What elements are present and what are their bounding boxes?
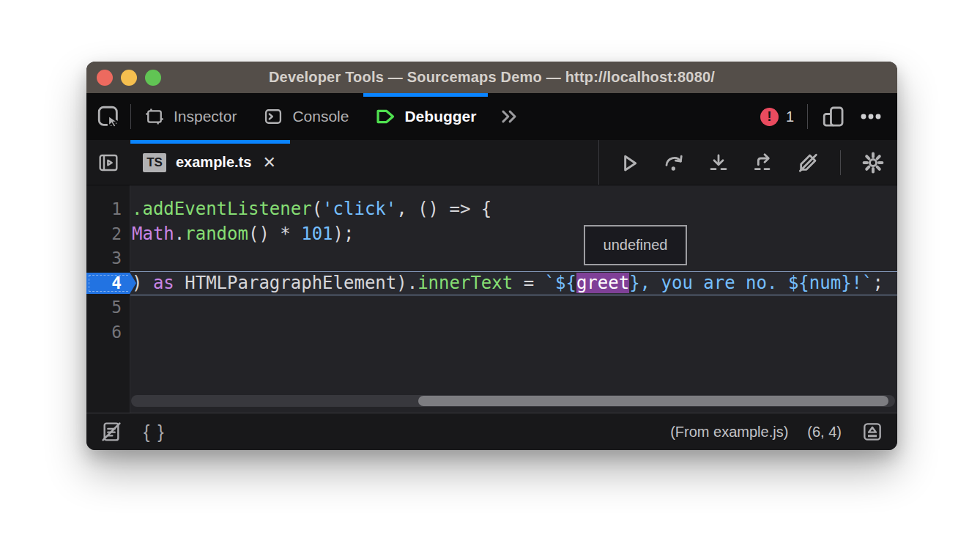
code-line[interactable] <box>130 246 897 271</box>
source-filename: example.ts <box>176 154 251 171</box>
code-line[interactable]: ) as HTMLParagraphElement).innerText = `… <box>130 271 897 296</box>
close-icon[interactable]: ✕ <box>261 152 277 174</box>
line-number[interactable]: 1 <box>86 197 130 222</box>
blackbox-source-icon <box>100 420 123 443</box>
traffic-lights <box>97 62 161 93</box>
code-line[interactable]: .addEventListener('click', () => { <box>130 197 897 222</box>
resume-icon <box>617 151 641 174</box>
step-over-icon <box>662 151 686 174</box>
devtools-window: Developer Tools — Sourcemaps Demo — http… <box>86 62 897 450</box>
step-in-icon <box>707 151 730 174</box>
tab-debugger[interactable]: Debugger <box>362 93 489 140</box>
overflow-chevron-icon <box>498 106 520 127</box>
tab-inspector[interactable]: Inspector <box>131 93 250 140</box>
line-number[interactable]: 3 <box>86 246 130 271</box>
settings-gear-icon <box>861 151 885 174</box>
horizontal-scrollbar[interactable] <box>131 395 895 407</box>
ignore-source-icon <box>796 151 820 174</box>
variable-preview-tooltip: undefined <box>584 225 687 265</box>
meatball-menu-button[interactable] <box>859 105 883 128</box>
tab-label: Inspector <box>174 108 237 125</box>
step-out-icon <box>751 151 775 174</box>
sources-panel-toggle-icon <box>97 151 120 174</box>
blackbox-source-button[interactable] <box>100 420 123 443</box>
tooltip-text: undefined <box>604 237 668 254</box>
panel-overflow-button[interactable] <box>489 93 529 140</box>
resume-button[interactable] <box>617 150 642 175</box>
code-lines: .addEventListener('click', () => {Math.r… <box>130 185 897 413</box>
toolbar-separator <box>807 104 808 129</box>
step-in-button[interactable] <box>706 150 731 175</box>
ts-badge: TS <box>143 153 166 172</box>
meatball-menu-icon <box>859 105 883 128</box>
console-icon <box>263 106 283 127</box>
devtools-toolbar: Inspector Console Debugger <box>86 93 897 140</box>
line-number[interactable]: 5 <box>86 295 130 320</box>
window-title: Developer Tools — Sourcemaps Demo — http… <box>269 69 715 86</box>
commands-separator <box>840 150 841 175</box>
titlebar: Developer Tools — Sourcemaps Demo — http… <box>86 62 897 93</box>
code-editor[interactable]: 123456 .addEventListener('click', () => … <box>86 185 897 413</box>
error-icon: ! <box>760 108 779 126</box>
source-tab-example-ts[interactable]: TS example.ts ✕ <box>130 140 290 185</box>
zoom-window-button[interactable] <box>145 70 161 86</box>
highlighted-token[interactable]: greet <box>576 273 629 293</box>
step-over-button[interactable] <box>661 150 686 175</box>
node-picker-button[interactable] <box>86 93 130 140</box>
line-number[interactable]: 6 <box>86 320 130 345</box>
pretty-print-button[interactable]: { } <box>144 421 166 443</box>
scrollbar-thumb[interactable] <box>418 396 888 406</box>
source-tabs-row: TS example.ts ✕ <box>86 140 897 185</box>
eject-icon <box>861 420 884 443</box>
cursor-position: (6, 4) <box>807 424 842 441</box>
pretty-print-icon: { } <box>144 421 166 443</box>
debugger-icon <box>375 106 396 127</box>
code-line[interactable]: Math.random() * 101); <box>130 222 897 247</box>
mapped-source-note: (From example.js) <box>670 424 788 441</box>
sources-panel-toggle-button[interactable] <box>86 140 130 185</box>
step-out-button[interactable] <box>751 150 776 175</box>
debug-commands <box>598 140 897 185</box>
error-count: 1 <box>786 108 794 125</box>
paused-line-marker[interactable]: 4 <box>86 271 130 296</box>
close-window-button[interactable] <box>97 70 113 86</box>
tab-console[interactable]: Console <box>250 93 362 140</box>
line-number[interactable]: 2 <box>86 222 130 247</box>
responsive-mode-icon <box>821 104 846 129</box>
gutter: 123456 <box>86 185 130 413</box>
responsive-design-mode-button[interactable] <box>821 104 846 129</box>
tab-label: Debugger <box>404 108 476 125</box>
tab-label: Console <box>292 108 349 125</box>
ignore-source-button[interactable] <box>795 150 820 175</box>
inspector-icon <box>144 106 165 127</box>
error-count-button[interactable]: ! <box>760 108 779 126</box>
code-line[interactable] <box>130 320 897 345</box>
node-picker-icon <box>96 104 121 129</box>
debugger-settings-button[interactable] <box>861 150 886 175</box>
minimize-window-button[interactable] <box>121 70 137 86</box>
code-line[interactable] <box>130 295 897 320</box>
footer-expand-button[interactable] <box>861 420 884 443</box>
statusbar: { } (From example.js) (6, 4) <box>86 413 897 450</box>
